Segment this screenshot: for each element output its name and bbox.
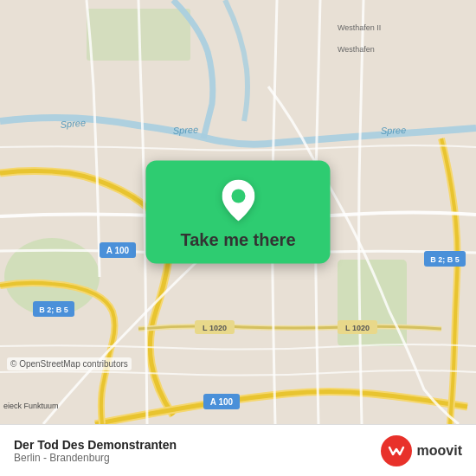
svg-text:B 2; B 5: B 2; B 5 (430, 255, 460, 264)
svg-text:L 1020: L 1020 (203, 324, 227, 332)
svg-text:eieck Funktuum: eieck Funktuum (3, 402, 59, 410)
bottom-bar: Der Tod Des Demonstranten Berlin - Brand… (0, 424, 476, 476)
svg-text:A 100: A 100 (106, 246, 130, 255)
place-name: Der Tod Des Demonstranten (14, 438, 177, 452)
location-info: Der Tod Des Demonstranten Berlin - Brand… (14, 438, 177, 464)
svg-text:Westhafen: Westhafen (338, 45, 375, 54)
svg-text:Spree: Spree (381, 125, 407, 136)
map-container: A 100 A 100 B 2; B 5 B 2; B 5 L 1020 L 1… (0, 0, 476, 424)
location-pin-icon (221, 180, 255, 222)
take-me-there-button[interactable]: Take me there (145, 161, 330, 264)
moovit-text: moovit (417, 443, 462, 459)
svg-point-22 (231, 190, 245, 203)
svg-text:L 1020: L 1020 (345, 324, 370, 332)
place-region: Berlin - Brandenburg (14, 452, 177, 464)
svg-text:Westhafen II: Westhafen II (338, 23, 381, 32)
svg-text:Spree: Spree (60, 117, 86, 130)
svg-text:Spree: Spree (172, 124, 198, 136)
svg-text:A 100: A 100 (210, 397, 234, 407)
moovit-icon (381, 435, 412, 466)
svg-text:B 2; B 5: B 2; B 5 (39, 306, 68, 314)
take-me-there-label: Take me there (180, 230, 295, 250)
moovit-logo[interactable]: moovit (381, 435, 462, 466)
osm-copyright: © OpenStreetMap contributors (7, 357, 132, 370)
